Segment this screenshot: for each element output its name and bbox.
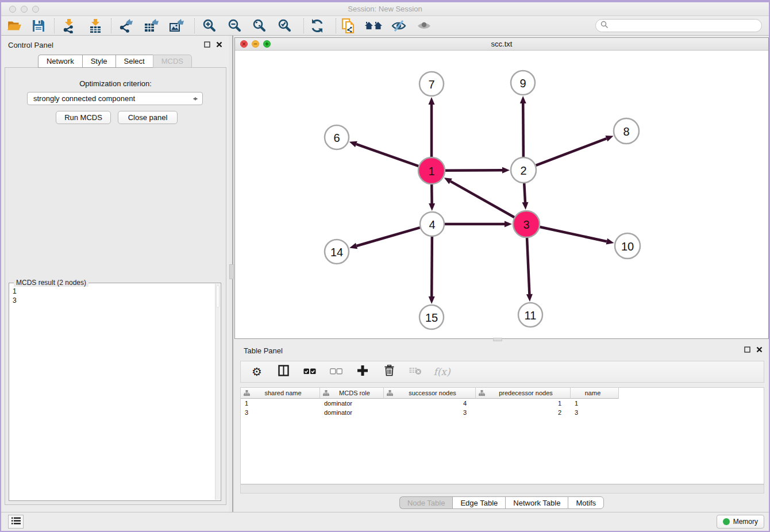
column-header-predecessor-nodes[interactable]: predecessor nodes bbox=[476, 388, 571, 399]
export-table-button[interactable] bbox=[141, 18, 161, 34]
table-cell[interactable]: 1 bbox=[571, 399, 619, 408]
import-network-button[interactable] bbox=[59, 18, 79, 34]
vertical-splitter[interactable] bbox=[229, 36, 234, 512]
result-scrollbar[interactable] bbox=[215, 284, 220, 500]
table-cell[interactable]: dominator bbox=[320, 408, 384, 417]
table-settings-button[interactable]: ⚙ bbox=[250, 364, 264, 379]
table-panel: Table Panel ⚙ f(x) shared nameMCDS roles… bbox=[234, 342, 769, 512]
task-history-button[interactable] bbox=[8, 515, 24, 529]
node-table[interactable]: shared nameMCDS rolesuccessor nodesprede… bbox=[240, 387, 764, 484]
graph-node-10[interactable]: 10 bbox=[615, 233, 640, 259]
table-cell[interactable]: 3 bbox=[384, 408, 476, 417]
network-graph[interactable]: 1234678910111415 bbox=[235, 51, 768, 339]
unchecked-boxes-icon bbox=[330, 367, 342, 377]
tab-motifs[interactable]: Motifs bbox=[568, 496, 604, 509]
close-panel-button[interactable]: Close panel bbox=[118, 111, 178, 124]
column-header-successor-nodes[interactable]: successor nodes bbox=[384, 388, 476, 399]
table-row[interactable]: 3dominator323 bbox=[241, 408, 764, 417]
table-cell[interactable]: 1 bbox=[476, 399, 571, 408]
graph-edge-4-3[interactable] bbox=[445, 221, 512, 228]
export-network-button[interactable] bbox=[116, 18, 136, 34]
graph-node-6[interactable]: 6 bbox=[325, 125, 349, 149]
table-cell[interactable]: 1 bbox=[241, 399, 320, 408]
graph-node-2[interactable]: 2 bbox=[511, 157, 536, 183]
tab-mcds[interactable]: MCDS bbox=[153, 55, 192, 68]
graph-node-1[interactable]: 1 bbox=[418, 157, 445, 184]
window-title: Session: New Session bbox=[1, 5, 769, 13]
graph-edge-1-2[interactable] bbox=[445, 167, 510, 174]
graph-node-11[interactable]: 11 bbox=[518, 303, 542, 327]
save-session-button[interactable] bbox=[29, 18, 48, 34]
graph-edge-4-14[interactable] bbox=[349, 228, 420, 249]
clone-network-button[interactable] bbox=[339, 18, 359, 34]
delete-column-button[interactable] bbox=[382, 364, 396, 379]
tab-node-table[interactable]: Node Table bbox=[399, 496, 453, 509]
close-table-panel-icon[interactable] bbox=[755, 345, 764, 354]
export-image-button[interactable] bbox=[167, 18, 186, 34]
create-column-button[interactable] bbox=[356, 364, 369, 379]
zoom-out-button[interactable] bbox=[225, 18, 244, 34]
run-mcds-button[interactable]: Run MCDS bbox=[56, 111, 111, 124]
zoom-selected-button[interactable] bbox=[275, 18, 294, 34]
float-panel-icon[interactable] bbox=[203, 40, 211, 49]
memory-button[interactable]: Memory bbox=[717, 515, 764, 529]
graph-edge-2-3[interactable] bbox=[522, 183, 528, 210]
refresh-layout-button[interactable] bbox=[307, 18, 327, 34]
column-selector-button[interactable] bbox=[276, 364, 290, 379]
close-panel-icon[interactable] bbox=[215, 40, 224, 49]
search-input[interactable] bbox=[611, 22, 761, 30]
run-mcds-label: Run MCDS bbox=[64, 113, 102, 122]
graph-edge-3-10[interactable] bbox=[540, 227, 614, 245]
tab-edge-table[interactable]: Edge Table bbox=[452, 496, 505, 509]
graph-edge-2-8[interactable] bbox=[536, 136, 614, 165]
tab-network[interactable]: Network bbox=[38, 55, 82, 68]
deselect-all-columns-button[interactable] bbox=[329, 364, 343, 379]
graph-edge-3-1[interactable] bbox=[444, 178, 514, 217]
zoom-in-button[interactable] bbox=[199, 18, 219, 34]
graph-node-8[interactable]: 8 bbox=[614, 118, 639, 144]
hide-selected-button[interactable] bbox=[389, 18, 409, 34]
svg-text:1: 1 bbox=[428, 165, 434, 178]
table-cell[interactable]: 4 bbox=[384, 399, 476, 408]
network-canvas[interactable]: 1234678910111415 bbox=[235, 51, 768, 338]
graph-node-4[interactable]: 4 bbox=[420, 212, 444, 236]
graph-node-14[interactable]: 14 bbox=[325, 240, 349, 264]
graph-edge-1-6[interactable] bbox=[349, 141, 419, 166]
graph-edge-1-7[interactable] bbox=[429, 97, 435, 157]
graph-node-3[interactable]: 3 bbox=[513, 211, 540, 237]
graph-edge-1-4[interactable] bbox=[429, 184, 435, 211]
float-table-panel-icon[interactable] bbox=[743, 345, 752, 354]
tab-network-table[interactable]: Network Table bbox=[505, 496, 568, 509]
zoom-fit-button[interactable] bbox=[249, 18, 269, 34]
search-box[interactable] bbox=[595, 19, 762, 32]
splitter-grip[interactable] bbox=[229, 264, 234, 279]
graph-node-7[interactable]: 7 bbox=[419, 72, 444, 96]
open-session-button[interactable] bbox=[5, 18, 24, 34]
svg-text:10: 10 bbox=[621, 240, 634, 253]
graph-edge-3-11[interactable] bbox=[526, 238, 533, 302]
checked-boxes-icon bbox=[303, 367, 316, 377]
select-all-columns-button[interactable] bbox=[303, 364, 317, 379]
column-header-shared-name[interactable]: shared name bbox=[241, 388, 320, 399]
horizontal-splitter-grip[interactable] bbox=[493, 338, 502, 341]
graph-node-15[interactable]: 15 bbox=[419, 305, 444, 329]
table-cell[interactable]: 2 bbox=[476, 408, 571, 417]
column-header-MCDS-role[interactable]: MCDS role bbox=[320, 388, 384, 399]
optimization-criterion-dropdown[interactable]: strongly connected component bbox=[27, 92, 203, 105]
first-neighbors-button[interactable] bbox=[364, 18, 383, 34]
graph-edge-4-15[interactable] bbox=[429, 237, 435, 304]
graph-node-9[interactable]: 9 bbox=[511, 71, 535, 95]
table-cell[interactable]: 3 bbox=[241, 408, 320, 417]
table-row[interactable]: 1dominator411 bbox=[241, 399, 764, 408]
column-header-name[interactable]: name bbox=[571, 388, 619, 399]
table-scrollbar[interactable] bbox=[240, 484, 764, 494]
import-table-button[interactable] bbox=[86, 18, 105, 34]
graph-edge-2-9[interactable] bbox=[520, 96, 526, 157]
svg-text:11: 11 bbox=[525, 309, 537, 322]
tab-style[interactable]: Style bbox=[82, 55, 116, 68]
tab-select[interactable]: Select bbox=[116, 55, 153, 68]
table-cell[interactable]: dominator bbox=[320, 399, 384, 408]
control-panel: Control Panel NetworkStyleSelectMCDS Opt… bbox=[1, 36, 229, 512]
show-all-button[interactable] bbox=[414, 18, 434, 34]
table-cell[interactable]: 3 bbox=[571, 408, 619, 417]
